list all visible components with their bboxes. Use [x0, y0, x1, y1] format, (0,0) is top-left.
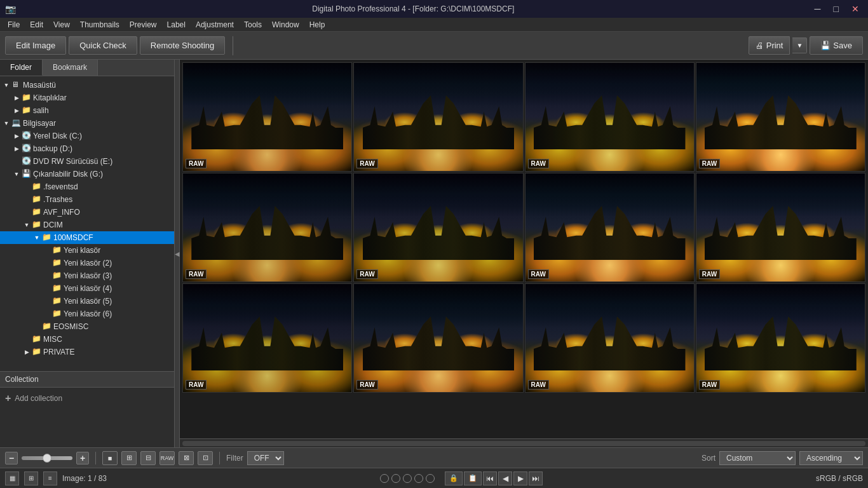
tree-item-salih[interactable]: ▶📁salih [0, 104, 174, 117]
printer-icon: 🖨 [756, 41, 764, 50]
raw-badge-6: RAW [528, 269, 549, 279]
print-button[interactable]: 🖨 Print [749, 36, 790, 55]
image-cell-0[interactable]: RAW [182, 62, 352, 172]
image-cell-10[interactable]: RAW [525, 283, 695, 393]
zoom-out-button[interactable]: − [5, 452, 18, 464]
zoom-slider[interactable] [22, 456, 72, 460]
nav-prev-button[interactable]: ◀ [498, 471, 512, 485]
image-cell-5[interactable]: RAW [353, 173, 523, 282]
menu-item-label[interactable]: Label [162, 19, 191, 30]
rating-dot-3[interactable] [403, 474, 412, 483]
menu-item-thumbnails[interactable]: Thumbnails [75, 19, 125, 30]
nav-last-button[interactable]: ⏭ [529, 471, 543, 485]
status-view-single[interactable]: ▦ [5, 471, 19, 485]
rating-dot-1[interactable] [380, 474, 389, 483]
menu-item-adjustment[interactable]: Adjustment [191, 19, 239, 30]
tree-expand-yerel-disk[interactable]: ▶ [13, 133, 20, 139]
image-cell-2[interactable]: RAW [525, 62, 695, 172]
tree-expand-cikar[interactable]: ▼ [13, 171, 20, 177]
view-raw-button[interactable]: RAW [159, 451, 175, 465]
edit-image-button[interactable]: Edit Image [5, 36, 66, 55]
tree-item-yerel-disk[interactable]: ▶💽Yerel Disk (C:) [0, 130, 174, 142]
print-dropdown-button[interactable]: ▼ [792, 37, 807, 53]
image-cell-3[interactable]: RAW [696, 62, 865, 172]
tree-item-100msdcf[interactable]: ▼📁100MSDCF [0, 231, 174, 244]
copy-protection-button[interactable]: 🔒 [445, 471, 463, 485]
menu-item-help[interactable]: Help [304, 19, 330, 30]
tree-expand-bilgisayar[interactable]: ▼ [3, 120, 10, 126]
view-single-button[interactable]: ■ [102, 451, 118, 465]
tree-expand-kitapliklar[interactable]: ▶ [13, 95, 20, 101]
copy-protection-button2[interactable]: 📋 [464, 471, 482, 485]
tree-item-backup[interactable]: ▶💽backup (D:) [0, 142, 174, 155]
view-custom-button[interactable]: ⊡ [198, 451, 213, 465]
tree-item-yeni2[interactable]: 📁Yeni klasör (2) [0, 257, 174, 269]
status-view-list[interactable]: ≡ [43, 471, 57, 485]
remote-shooting-button[interactable]: Remote Shooting [140, 36, 225, 55]
rating-dot-4[interactable] [414, 474, 423, 483]
tree-item-trashes[interactable]: 📁.Trashes [0, 193, 174, 206]
nav-first-button[interactable]: ⏮ [483, 471, 497, 485]
menu-item-view[interactable]: View [48, 19, 75, 30]
hscroll-track[interactable] [182, 441, 865, 446]
tab-folder[interactable]: Folder [0, 60, 43, 76]
zoom-in-button[interactable]: + [76, 452, 89, 464]
tree-item-masaustu[interactable]: ▼🖥Masaüstü [0, 79, 174, 92]
minimize-button[interactable]: ─ [811, 3, 825, 15]
save-button[interactable]: 💾 Save [810, 36, 863, 55]
rating-dot-2[interactable] [391, 474, 400, 483]
image-cell-8[interactable]: RAW [182, 283, 352, 393]
tree-item-yeni5[interactable]: 📁Yeni klasör (5) [0, 295, 174, 308]
tree-item-cikar[interactable]: ▼💾Çıkanlabilir Disk (G:) [0, 168, 174, 180]
tree-item-eosmisc[interactable]: 📁EOSMISC [0, 320, 174, 333]
sort-select[interactable]: Custom File name Date shot Date modified… [719, 451, 796, 465]
tree-item-misc[interactable]: 📁MISC [0, 333, 174, 346]
tree-expand-private[interactable]: ▶ [23, 349, 31, 355]
tree-item-dvd-rw[interactable]: 💽DVD RW Sürücüsü (E:) [0, 155, 174, 168]
close-button[interactable]: ✕ [848, 3, 863, 15]
tree-item-private[interactable]: ▶📁PRIVATE [0, 346, 174, 358]
maximize-button[interactable]: □ [830, 3, 843, 15]
tree-item-bilgisayar[interactable]: ▼💻Bilgisayar [0, 117, 174, 130]
menu-item-file[interactable]: File [3, 19, 25, 30]
view-quad-button[interactable]: ⊠ [179, 451, 194, 465]
nav-next-button[interactable]: ▶ [513, 471, 527, 485]
menu-item-edit[interactable]: Edit [25, 19, 48, 30]
raw-badge-5: RAW [356, 269, 377, 279]
menu-item-tools[interactable]: Tools [239, 19, 267, 30]
tree-item-dcim[interactable]: ▼📁DCIM [0, 219, 174, 231]
add-collection-button[interactable]: + Add collection [0, 388, 174, 409]
sort-order-select[interactable]: Ascending Descending [799, 451, 863, 465]
image-cell-4[interactable]: RAW [182, 173, 352, 282]
view-dual-button[interactable]: ⊞ [121, 451, 137, 465]
tree-item-yeni3[interactable]: 📁Yeni klasör (3) [0, 269, 174, 282]
view-grid-button[interactable]: ⊟ [140, 451, 156, 465]
tab-bookmark[interactable]: Bookmark [43, 60, 98, 76]
image-cell-7[interactable]: RAW [696, 173, 865, 282]
tree-item-yeni1[interactable]: 📁Yeni klasör [0, 244, 174, 257]
tree-expand-dcim[interactable]: ▼ [23, 222, 31, 228]
image-grid-container[interactable]: RAWRAWRAWRAWRAWRAWRAWRAWRAWRAWRAWRAW [180, 60, 868, 438]
zoom-slider-thumb[interactable] [43, 454, 51, 463]
tree-expand-100msdcf[interactable]: ▼ [33, 234, 41, 241]
menu-item-preview[interactable]: Preview [125, 19, 162, 30]
image-cell-6[interactable]: RAW [525, 173, 695, 282]
tree-item-yeni4[interactable]: 📁Yeni klasör (4) [0, 282, 174, 295]
filter-select[interactable]: OFF 1★ 2★ 3★ [247, 451, 284, 465]
tree-item-kitapliklar[interactable]: ▶📁Kitaplıklar [0, 92, 174, 104]
tree-item-avf-info[interactable]: 📁AVF_INFO [0, 206, 174, 219]
image-cell-9[interactable]: RAW [353, 283, 523, 393]
tree-expand-masaustu[interactable]: ▼ [3, 82, 10, 88]
image-cell-1[interactable]: RAW [353, 62, 523, 172]
horizontal-scrollbar[interactable] [180, 438, 868, 447]
panel-resize-handle[interactable]: ◀ [175, 60, 180, 447]
quick-check-button[interactable]: Quick Check [69, 36, 137, 55]
tree-item-yeni6[interactable]: 📁Yeni klasör (6) [0, 308, 174, 320]
status-view-grid[interactable]: ⊞ [24, 471, 38, 485]
image-cell-11[interactable]: RAW [696, 283, 865, 393]
tree-expand-salih[interactable]: ▶ [13, 107, 20, 114]
menu-item-window[interactable]: Window [267, 19, 304, 30]
tree-item-fseventsd[interactable]: 📁.fseventsd [0, 180, 174, 193]
rating-dot-5[interactable] [426, 474, 435, 483]
tree-expand-backup[interactable]: ▶ [13, 146, 20, 152]
